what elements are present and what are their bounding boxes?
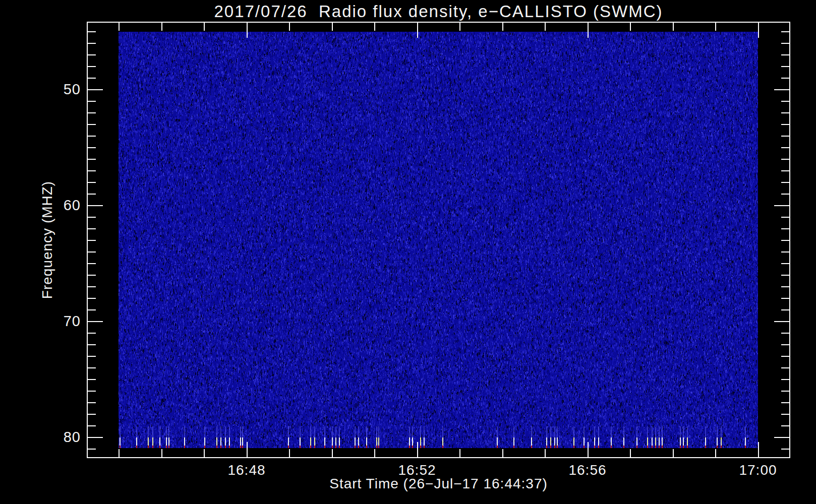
- y-tick: [88, 286, 96, 287]
- x-tick: [673, 449, 674, 457]
- x-tick: [715, 23, 716, 31]
- y-tick: [88, 182, 96, 183]
- chart-title: 2017/07/26 Radio flux density, e−CALLIST…: [87, 2, 790, 21]
- y-tick: [88, 414, 96, 415]
- y-tick: [88, 43, 96, 44]
- y-tick: [781, 263, 789, 264]
- spectrogram-page: 2017/07/26 Radio flux density, e−CALLIST…: [0, 0, 816, 504]
- y-tick: [781, 356, 789, 357]
- y-tick: [88, 391, 96, 392]
- x-tick: [247, 23, 248, 38]
- y-tick: [88, 263, 96, 264]
- y-tick: [781, 217, 789, 218]
- x-tick: [715, 449, 716, 457]
- x-tick: [459, 449, 460, 457]
- y-tick: [781, 379, 789, 380]
- y-tick: [88, 147, 96, 148]
- y-tick: [781, 66, 789, 67]
- y-tick: [781, 367, 789, 368]
- y-tick: [88, 205, 103, 206]
- y-tick: [781, 402, 789, 403]
- y-tick: [781, 136, 789, 137]
- x-tick: [289, 23, 290, 31]
- y-tick: [88, 379, 96, 380]
- y-tick: [88, 251, 96, 253]
- y-tick: [781, 425, 789, 426]
- y-tick: [88, 321, 103, 322]
- y-tick-label: 70: [45, 312, 81, 330]
- y-tick-label: 80: [45, 428, 81, 446]
- y-tick: [781, 194, 789, 195]
- y-tick: [88, 309, 96, 310]
- y-tick: [774, 437, 789, 438]
- x-tick-label: 16:48: [211, 462, 282, 478]
- y-tick: [88, 449, 96, 450]
- y-tick: [88, 240, 96, 241]
- x-tick: [588, 23, 589, 38]
- x-tick: [673, 23, 674, 31]
- x-tick-label: 16:52: [382, 462, 452, 478]
- x-tick: [374, 23, 375, 31]
- x-tick: [502, 449, 503, 457]
- x-tick: [417, 23, 418, 38]
- x-tick: [502, 23, 503, 31]
- x-tick: [161, 449, 162, 457]
- y-tick: [88, 31, 96, 32]
- y-tick: [781, 147, 789, 148]
- y-tick: [88, 228, 96, 229]
- x-tick: [204, 23, 205, 31]
- x-tick: [289, 449, 290, 457]
- y-tick: [88, 101, 96, 102]
- x-tick: [545, 23, 546, 31]
- y-tick: [781, 275, 789, 276]
- y-tick: [781, 251, 789, 253]
- y-tick: [781, 54, 789, 55]
- x-tick: [374, 449, 375, 457]
- y-tick: [781, 170, 789, 171]
- y-tick: [88, 402, 96, 403]
- y-tick: [781, 344, 789, 345]
- y-tick: [781, 240, 789, 241]
- x-tick: [545, 449, 546, 457]
- y-tick: [781, 414, 789, 415]
- x-tick: [119, 449, 120, 457]
- y-tick: [774, 89, 789, 90]
- y-tick: [781, 228, 789, 229]
- x-tick: [417, 442, 418, 457]
- y-tick: [88, 159, 96, 160]
- frame-right: [789, 22, 790, 458]
- y-tick: [781, 78, 789, 79]
- x-tick: [588, 442, 589, 457]
- y-tick: [781, 449, 789, 450]
- y-tick: [88, 78, 96, 79]
- y-tick: [781, 159, 789, 160]
- y-tick: [781, 112, 789, 113]
- x-tick: [758, 23, 759, 38]
- y-tick: [88, 89, 103, 90]
- y-tick: [88, 54, 96, 55]
- x-tick: [332, 23, 333, 31]
- y-tick: [781, 391, 789, 392]
- y-tick: [88, 333, 96, 334]
- frame-bottom: [87, 457, 790, 458]
- x-tick-label: 17:00: [723, 462, 793, 478]
- y-tick: [88, 112, 96, 113]
- y-tick: [88, 66, 96, 67]
- x-tick: [630, 449, 631, 457]
- x-tick: [459, 23, 460, 31]
- x-tick: [204, 449, 205, 457]
- y-tick: [88, 275, 96, 276]
- y-tick: [88, 356, 96, 357]
- y-tick: [774, 205, 789, 206]
- y-tick: [88, 344, 96, 345]
- y-tick-label: 50: [45, 81, 81, 98]
- y-tick: [781, 182, 789, 183]
- y-tick: [781, 298, 789, 299]
- x-tick: [247, 442, 248, 457]
- y-tick: [88, 298, 96, 299]
- spectrogram-canvas: [119, 32, 758, 448]
- y-tick: [774, 321, 789, 322]
- y-tick: [88, 194, 96, 195]
- y-tick: [781, 309, 789, 310]
- y-tick: [781, 31, 789, 32]
